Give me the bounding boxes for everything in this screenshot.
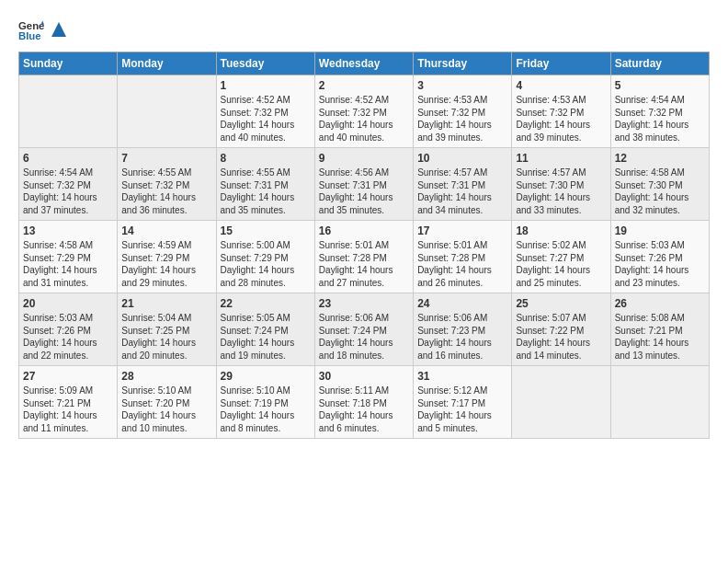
daylight-text: Daylight: 14 hours and 14 minutes. [516,338,590,361]
day-cell: 29 Sunrise: 5:10 AM Sunset: 7:19 PM Dayl… [216,366,314,439]
daylight-text: Daylight: 14 hours and 11 minutes. [23,410,97,433]
header-cell-saturday: Saturday [610,52,709,75]
day-cell: 13 Sunrise: 4:58 AM Sunset: 7:29 PM Dayl… [19,221,118,293]
cell-info: Sunrise: 4:58 AM Sunset: 7:29 PM Dayligh… [23,239,113,289]
cell-info: Sunrise: 4:52 AM Sunset: 7:32 PM Dayligh… [221,94,311,144]
sunrise-text: Sunrise: 4:54 AM [615,95,685,105]
day-cell: 12 Sunrise: 4:58 AM Sunset: 7:30 PM Dayl… [610,148,709,221]
daylight-text: Daylight: 14 hours and 34 minutes. [417,192,492,215]
sunset-text: Sunset: 7:32 PM [516,108,584,118]
day-number: 13 [23,224,113,237]
sunset-text: Sunset: 7:29 PM [221,253,289,263]
day-number: 21 [121,297,211,310]
day-number: 30 [319,370,409,383]
daylight-text: Daylight: 14 hours and 22 minutes. [23,338,97,361]
daylight-text: Daylight: 14 hours and 39 minutes. [417,120,492,143]
cell-info: Sunrise: 5:11 AM Sunset: 7:18 PM Dayligh… [319,385,409,434]
sunset-text: Sunset: 7:32 PM [23,180,91,190]
sunset-text: Sunset: 7:27 PM [516,253,584,263]
sunset-text: Sunset: 7:25 PM [121,326,189,336]
sunrise-text: Sunrise: 4:52 AM [221,95,290,105]
sunset-text: Sunset: 7:31 PM [417,180,485,190]
daylight-text: Daylight: 14 hours and 33 minutes. [516,192,590,215]
cell-info: Sunrise: 4:53 AM Sunset: 7:32 PM Dayligh… [417,94,507,144]
sunrise-text: Sunrise: 5:06 AM [319,313,389,323]
logo-icon: General Blue [18,17,44,42]
daylight-text: Daylight: 14 hours and 19 minutes. [221,338,295,361]
daylight-text: Daylight: 14 hours and 35 minutes. [319,192,393,215]
day-number: 24 [417,297,507,310]
daylight-text: Daylight: 14 hours and 16 minutes. [417,338,492,361]
calendar-body: 1 Sunrise: 4:52 AM Sunset: 7:32 PM Dayli… [19,75,710,439]
logo-triangle-icon [50,20,68,39]
day-number: 7 [121,152,211,165]
sunrise-text: Sunrise: 4:59 AM [121,240,191,250]
daylight-text: Daylight: 14 hours and 27 minutes. [319,265,393,288]
day-cell [610,366,709,439]
week-row-3: 13 Sunrise: 4:58 AM Sunset: 7:29 PM Dayl… [19,221,710,293]
day-number: 20 [23,297,113,310]
day-number: 31 [417,370,507,383]
header-cell-sunday: Sunday [19,52,118,75]
sunrise-text: Sunrise: 5:09 AM [23,385,93,396]
week-row-1: 1 Sunrise: 4:52 AM Sunset: 7:32 PM Dayli… [19,75,710,148]
daylight-text: Daylight: 14 hours and 18 minutes. [319,338,393,361]
cell-info: Sunrise: 4:54 AM Sunset: 7:32 PM Dayligh… [23,167,113,216]
day-number: 14 [121,224,211,237]
sunset-text: Sunset: 7:29 PM [121,253,189,263]
sunset-text: Sunset: 7:28 PM [417,253,485,263]
header-cell-tuesday: Tuesday [216,52,314,75]
daylight-text: Daylight: 14 hours and 38 minutes. [615,120,689,143]
cell-info: Sunrise: 5:06 AM Sunset: 7:24 PM Dayligh… [319,312,409,362]
day-number: 25 [516,297,606,310]
day-cell: 27 Sunrise: 5:09 AM Sunset: 7:21 PM Dayl… [19,366,118,439]
day-number: 5 [615,79,705,92]
daylight-text: Daylight: 14 hours and 23 minutes. [615,265,689,288]
sunset-text: Sunset: 7:28 PM [319,253,387,263]
sunset-text: Sunset: 7:26 PM [23,326,91,336]
daylight-text: Daylight: 14 hours and 40 minutes. [221,120,295,143]
cell-info: Sunrise: 5:00 AM Sunset: 7:29 PM Dayligh… [221,239,311,289]
cell-info: Sunrise: 5:02 AM Sunset: 7:27 PM Dayligh… [516,239,606,289]
sunrise-text: Sunrise: 4:54 AM [23,167,93,178]
sunrise-text: Sunrise: 5:08 AM [615,313,685,323]
sunset-text: Sunset: 7:24 PM [221,326,289,336]
sunrise-text: Sunrise: 4:55 AM [121,167,191,178]
day-cell: 8 Sunrise: 4:55 AM Sunset: 7:31 PM Dayli… [216,148,314,221]
day-number: 16 [319,224,409,237]
day-cell: 19 Sunrise: 5:03 AM Sunset: 7:26 PM Dayl… [610,221,709,293]
sunrise-text: Sunrise: 5:05 AM [221,313,290,323]
cell-info: Sunrise: 5:05 AM Sunset: 7:24 PM Dayligh… [221,312,311,362]
sunrise-text: Sunrise: 4:52 AM [319,95,389,105]
sunrise-text: Sunrise: 5:12 AM [417,385,487,396]
sunset-text: Sunset: 7:19 PM [221,398,289,408]
day-cell: 6 Sunrise: 4:54 AM Sunset: 7:32 PM Dayli… [19,148,118,221]
daylight-text: Daylight: 14 hours and 10 minutes. [121,410,196,433]
week-row-2: 6 Sunrise: 4:54 AM Sunset: 7:32 PM Dayli… [19,148,710,221]
day-cell: 16 Sunrise: 5:01 AM Sunset: 7:28 PM Dayl… [314,221,413,293]
logo-text-block [48,20,68,39]
calendar-table: SundayMondayTuesdayWednesdayThursdayFrid… [18,52,710,439]
day-cell: 17 Sunrise: 5:01 AM Sunset: 7:28 PM Dayl… [414,221,512,293]
cell-info: Sunrise: 5:10 AM Sunset: 7:20 PM Dayligh… [121,385,211,434]
day-number: 19 [615,224,705,237]
daylight-text: Daylight: 14 hours and 13 minutes. [615,338,689,361]
daylight-text: Daylight: 14 hours and 37 minutes. [23,192,97,215]
sunset-text: Sunset: 7:21 PM [615,326,683,336]
cell-info: Sunrise: 5:06 AM Sunset: 7:23 PM Dayligh… [417,312,507,362]
day-cell: 23 Sunrise: 5:06 AM Sunset: 7:24 PM Dayl… [314,293,413,366]
cell-info: Sunrise: 5:01 AM Sunset: 7:28 PM Dayligh… [417,239,507,289]
day-number: 15 [221,224,311,237]
calendar-page: General Blue SundayMondayTuesdayWed [0,0,728,563]
sunrise-text: Sunrise: 4:57 AM [417,167,487,178]
day-number: 18 [516,224,606,237]
sunrise-text: Sunrise: 4:56 AM [319,167,389,178]
day-number: 28 [121,370,211,383]
cell-info: Sunrise: 4:56 AM Sunset: 7:31 PM Dayligh… [319,167,409,216]
sunset-text: Sunset: 7:26 PM [615,253,683,263]
cell-info: Sunrise: 4:53 AM Sunset: 7:32 PM Dayligh… [516,94,606,144]
day-cell: 26 Sunrise: 5:08 AM Sunset: 7:21 PM Dayl… [610,293,709,366]
header-row: SundayMondayTuesdayWednesdayThursdayFrid… [19,52,710,75]
cell-info: Sunrise: 4:55 AM Sunset: 7:32 PM Dayligh… [121,167,211,216]
sunset-text: Sunset: 7:32 PM [221,108,289,118]
